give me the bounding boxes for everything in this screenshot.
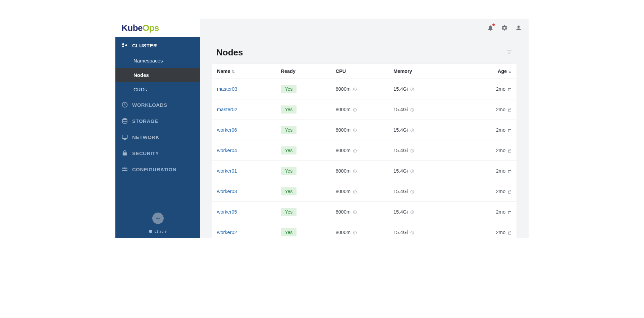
- security-icon: [121, 150, 128, 156]
- info-icon[interactable]: [353, 128, 357, 133]
- node-link[interactable]: master02: [217, 107, 237, 112]
- info-icon[interactable]: [410, 169, 415, 174]
- ready-badge: Yes: [281, 228, 297, 236]
- page-title: Nodes: [216, 47, 243, 58]
- column-label: Name: [217, 69, 230, 74]
- info-icon[interactable]: [410, 107, 415, 112]
- sidebar-subitem-crds[interactable]: CRDs: [115, 82, 200, 97]
- memory-value: 15.4Gi: [393, 127, 408, 133]
- column-header-memory: Memory: [389, 64, 462, 79]
- cpu-value: 8000m: [336, 148, 351, 153]
- node-link[interactable]: worker06: [217, 127, 237, 133]
- node-link[interactable]: worker04: [217, 148, 237, 153]
- info-icon[interactable]: [353, 189, 357, 194]
- cluster-icon: [121, 42, 128, 49]
- info-icon[interactable]: [353, 87, 357, 92]
- sidebar-item-configuration[interactable]: CONFIGURATION: [115, 161, 200, 177]
- node-link[interactable]: worker01: [217, 168, 237, 174]
- table-row: worker04Yes8000m15.4Gi2mo: [212, 140, 517, 161]
- ready-badge: Yes: [281, 208, 297, 216]
- node-link[interactable]: worker05: [217, 209, 237, 215]
- header-tools: [200, 19, 529, 37]
- logo[interactable]: KubeOps: [115, 19, 200, 37]
- calendar-icon[interactable]: [507, 210, 512, 215]
- info-icon[interactable]: [353, 169, 357, 174]
- node-link[interactable]: worker02: [217, 230, 237, 235]
- column-label: Age: [498, 69, 507, 74]
- memory-value: 15.4Gi: [393, 209, 408, 215]
- column-label: CPU: [336, 69, 346, 74]
- gear-icon: [501, 25, 508, 31]
- sidebar-footer: v1.25.9: [115, 213, 200, 238]
- add-button[interactable]: [152, 213, 164, 224]
- info-icon[interactable]: [410, 189, 415, 194]
- calendar-icon[interactable]: [507, 231, 512, 235]
- sidebar-item-storage[interactable]: STORAGE: [115, 113, 200, 129]
- cpu-value: 8000m: [336, 189, 351, 194]
- sidebar-item-network[interactable]: NETWORK: [115, 129, 200, 145]
- sidebar-item-label: CONFIGURATION: [132, 167, 176, 172]
- sidebar-item-cluster[interactable]: CLUSTER: [115, 37, 200, 53]
- column-label: Memory: [393, 69, 412, 74]
- logo-part1: Kube: [121, 23, 143, 33]
- info-icon[interactable]: [410, 128, 415, 133]
- table-row: worker06Yes8000m15.4Gi2mo: [212, 120, 517, 140]
- memory-value: 15.4Gi: [393, 148, 408, 153]
- column-label: Ready: [281, 69, 296, 74]
- memory-value: 15.4Gi: [393, 86, 408, 92]
- info-icon[interactable]: [410, 87, 415, 92]
- table-row: worker01Yes8000m15.4Gi2mo: [212, 161, 517, 181]
- logo-part2: Ops: [143, 23, 159, 33]
- info-icon[interactable]: [353, 148, 357, 153]
- cpu-value: 8000m: [336, 86, 351, 92]
- version-row[interactable]: v1.25.9: [149, 229, 166, 233]
- age-value: 2mo: [496, 107, 505, 112]
- github-icon: [149, 230, 152, 233]
- sidebar-subitem-nodes[interactable]: Nodes: [115, 68, 200, 82]
- calendar-icon[interactable]: [507, 128, 512, 133]
- main-content: Nodes Name⇅ReadyCPUMemoryAge▲ master03Ye…: [200, 37, 529, 238]
- info-icon[interactable]: [410, 148, 415, 153]
- age-value: 2mo: [496, 230, 505, 235]
- calendar-icon[interactable]: [507, 108, 512, 112]
- sidebar-item-workloads[interactable]: WORKLOADS: [115, 97, 200, 113]
- filter-icon: [506, 49, 513, 55]
- sidebar-item-label: NETWORK: [132, 134, 159, 140]
- sidebar-item-label: SECURITY: [132, 150, 159, 156]
- nodes-table: Name⇅ReadyCPUMemoryAge▲ master03Yes8000m…: [212, 64, 517, 238]
- nodes-table-card: Name⇅ReadyCPUMemoryAge▲ master03Yes8000m…: [212, 64, 517, 238]
- configuration-icon: [121, 166, 128, 173]
- memory-value: 15.4Gi: [393, 189, 408, 194]
- column-header-age[interactable]: Age▲: [462, 64, 517, 79]
- info-icon[interactable]: [353, 210, 357, 215]
- user-menu-button[interactable]: [515, 24, 523, 32]
- info-icon[interactable]: [353, 107, 357, 112]
- plus-icon: [155, 215, 161, 222]
- age-value: 2mo: [496, 86, 505, 92]
- calendar-icon[interactable]: [507, 87, 512, 92]
- calendar-icon[interactable]: [507, 149, 512, 153]
- info-icon[interactable]: [410, 210, 415, 215]
- node-link[interactable]: master03: [217, 86, 237, 92]
- sidebar-item-label: WORKLOADS: [132, 102, 167, 108]
- user-icon: [515, 25, 522, 31]
- calendar-icon[interactable]: [507, 169, 512, 174]
- notifications-button[interactable]: [486, 24, 494, 32]
- sidebar-item-security[interactable]: SECURITY: [115, 145, 200, 161]
- ready-badge: Yes: [281, 105, 297, 113]
- info-icon[interactable]: [353, 230, 357, 235]
- memory-value: 15.4Gi: [393, 230, 408, 235]
- column-header-name[interactable]: Name⇅: [212, 64, 276, 79]
- calendar-icon[interactable]: [507, 190, 512, 194]
- info-icon[interactable]: [410, 230, 415, 235]
- memory-value: 15.4Gi: [393, 168, 408, 174]
- filter-button[interactable]: [506, 49, 513, 57]
- ready-badge: Yes: [281, 85, 297, 93]
- cpu-value: 8000m: [336, 230, 351, 235]
- table-row: worker02Yes8000m15.4Gi2mo: [212, 222, 517, 238]
- sidebar: CLUSTERNamespacesNodesCRDsWORKLOADSSTORA…: [115, 37, 200, 238]
- sidebar-subitem-namespaces[interactable]: Namespaces: [115, 53, 200, 68]
- settings-button[interactable]: [500, 24, 508, 32]
- node-link[interactable]: worker03: [217, 189, 237, 194]
- cpu-value: 8000m: [336, 107, 351, 112]
